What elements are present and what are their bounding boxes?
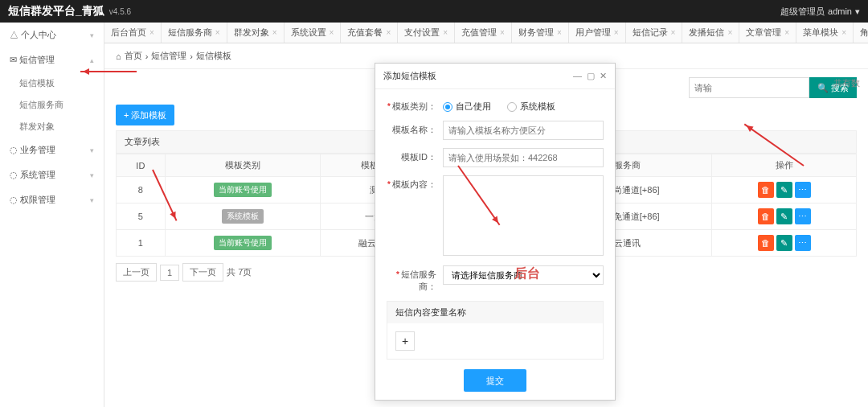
- sidebar-sub-provider[interactable]: 短信服务商: [0, 94, 104, 116]
- close-icon[interactable]: ×: [614, 28, 619, 37]
- close-icon[interactable]: ×: [443, 28, 448, 37]
- pager-next[interactable]: 下一页: [182, 263, 223, 282]
- topbar: 短信群发平台_青狐 v4.5.6 超级管理员 admin ▾: [0, 0, 868, 23]
- variable-box: 短信内容变量名称 +: [387, 301, 604, 360]
- radio-system[interactable]: 系统模板: [507, 101, 555, 113]
- search-input[interactable]: [689, 77, 809, 98]
- sidebar-item-label: 权限管理: [20, 195, 55, 204]
- field-label: 模板名称：: [392, 125, 436, 134]
- chevron-up-icon: ▴: [90, 56, 94, 64]
- category-tag: 当前账号使用: [214, 236, 272, 250]
- category-tag: 当前账号使用: [214, 183, 272, 197]
- modal-title: 添加短信模板: [383, 70, 436, 82]
- more-button[interactable]: ⋯: [795, 208, 811, 224]
- app-version: v4.5.6: [109, 7, 131, 16]
- count-note: 共有数: [833, 77, 860, 89]
- tab-label: 充值套餐: [347, 27, 383, 39]
- tab-后台首页[interactable]: 后台首页×: [104, 23, 162, 43]
- close-icon[interactable]: ×: [149, 28, 154, 37]
- close-icon[interactable]: ×: [784, 28, 789, 37]
- template-content-input[interactable]: [443, 175, 604, 256]
- tab-菜单模块[interactable]: 菜单模块×: [796, 23, 854, 43]
- chevron-down-icon: ▾: [855, 6, 860, 17]
- sidebar-sub-template[interactable]: 短信模板: [0, 72, 104, 94]
- user-role: 超级管理员: [780, 6, 825, 18]
- close-icon[interactable]: ×: [272, 28, 277, 37]
- edit-button[interactable]: ✎: [776, 182, 792, 198]
- add-variable-button[interactable]: +: [395, 331, 415, 351]
- sidebar-item-label: 系统管理: [20, 170, 55, 179]
- annotation-text: 后台: [514, 265, 540, 282]
- variable-title: 短信内容变量名称: [387, 302, 603, 323]
- delete-button[interactable]: 🗑: [758, 182, 774, 198]
- more-button[interactable]: ⋯: [795, 182, 811, 198]
- close-icon[interactable]: ✕: [600, 71, 607, 81]
- sidebar-item-personal[interactable]: △ 个人中心 ▾: [0, 23, 104, 47]
- sidebar-sub-target[interactable]: 群发对象: [0, 116, 104, 138]
- pager-prev[interactable]: 上一页: [116, 263, 157, 282]
- close-icon[interactable]: ×: [500, 28, 505, 37]
- tab-发播短信[interactable]: 发播短信×: [682, 23, 739, 43]
- chevron-down-icon: ▾: [90, 196, 94, 204]
- close-icon[interactable]: ×: [557, 28, 562, 37]
- pager-page[interactable]: 1: [160, 265, 179, 281]
- sidebar-item-permission[interactable]: ◌ 权限管理 ▾: [0, 187, 104, 212]
- edit-button[interactable]: ✎: [776, 208, 792, 224]
- sidebar: △ 个人中心 ▾ ✉ 短信管理 ▴ 短信模板 短信服务商 群发对象 ◌ 业务管理…: [0, 23, 104, 407]
- tab-系统设置[interactable]: 系统设置×: [285, 23, 342, 43]
- template-id-input[interactable]: [443, 148, 604, 167]
- tab-短信服务商[interactable]: 短信服务商×: [162, 23, 227, 43]
- sidebar-item-system[interactable]: ◌ 系统管理 ▾: [0, 162, 104, 187]
- submit-button[interactable]: 提交: [464, 369, 526, 392]
- edit-button[interactable]: ✎: [776, 235, 792, 251]
- close-icon[interactable]: ×: [671, 28, 676, 37]
- more-button[interactable]: ⋯: [795, 235, 811, 251]
- close-icon[interactable]: ×: [841, 28, 846, 37]
- pager-total: 共 7页: [227, 266, 252, 278]
- tab-文章管理[interactable]: 文章管理×: [739, 23, 796, 43]
- tab-label: 系统设置: [291, 27, 326, 39]
- maximize-icon[interactable]: ▢: [587, 71, 595, 81]
- sidebar-item-label: 业务管理: [20, 145, 55, 154]
- close-icon[interactable]: ×: [330, 28, 334, 37]
- sidebar-item-label: 个人中心: [21, 30, 56, 39]
- tab-群发对象[interactable]: 群发对象×: [227, 23, 285, 43]
- chevron-down-icon: ▾: [90, 31, 94, 39]
- chevron-down-icon: ▾: [90, 146, 94, 154]
- user-menu[interactable]: 超级管理员 admin ▾: [780, 6, 860, 18]
- tab-充值管理[interactable]: 充值管理×: [455, 23, 512, 43]
- chevron-down-icon: ▾: [90, 171, 94, 179]
- tab-label: 短信记录: [633, 27, 668, 39]
- tab-label: 后台首页: [111, 27, 146, 39]
- crumb-a[interactable]: 短信管理: [151, 50, 186, 62]
- crumb-home[interactable]: 首页: [125, 50, 142, 62]
- delete-button[interactable]: 🗑: [758, 208, 774, 224]
- tab-label: 文章管理: [746, 27, 781, 39]
- tab-label: 充值管理: [461, 27, 497, 39]
- tab-label: 用户管理: [575, 27, 611, 39]
- tab-用户管理[interactable]: 用户管理×: [569, 23, 626, 43]
- tab-支付设置[interactable]: 支付设置×: [398, 23, 455, 43]
- add-template-modal: 添加短信模板 — ▢ ✕ *模板类别： 自己使用 系统模板 模板名称： 模板ID…: [375, 63, 616, 401]
- tab-充值套餐[interactable]: 充值套餐×: [341, 23, 398, 43]
- tab-label: 发播短信: [689, 27, 724, 39]
- template-name-input[interactable]: [443, 121, 604, 140]
- search-icon: 🔍: [817, 83, 829, 93]
- close-icon[interactable]: ×: [727, 28, 732, 37]
- tab-label: 角色管理: [860, 27, 868, 39]
- home-icon: ⌂: [116, 51, 121, 61]
- radio-self[interactable]: 自己使用: [443, 101, 491, 113]
- sidebar-item-business[interactable]: ◌ 业务管理 ▾: [0, 138, 104, 162]
- radio-on-icon: [443, 102, 452, 112]
- close-icon[interactable]: ×: [386, 28, 391, 37]
- tab-短信记录[interactable]: 短信记录×: [626, 23, 683, 43]
- tab-label: 群发对象: [234, 27, 269, 39]
- tab-角色管理[interactable]: 角色管理×: [854, 23, 868, 43]
- minimize-icon[interactable]: —: [573, 71, 582, 81]
- delete-button[interactable]: 🗑: [758, 235, 774, 251]
- add-template-button[interactable]: + 添加模板: [116, 105, 174, 125]
- close-icon[interactable]: ×: [215, 28, 220, 37]
- field-label: 模板ID：: [401, 152, 436, 162]
- field-label: 短信服务商：: [401, 269, 436, 291]
- tab-财务管理[interactable]: 财务管理×: [512, 23, 569, 43]
